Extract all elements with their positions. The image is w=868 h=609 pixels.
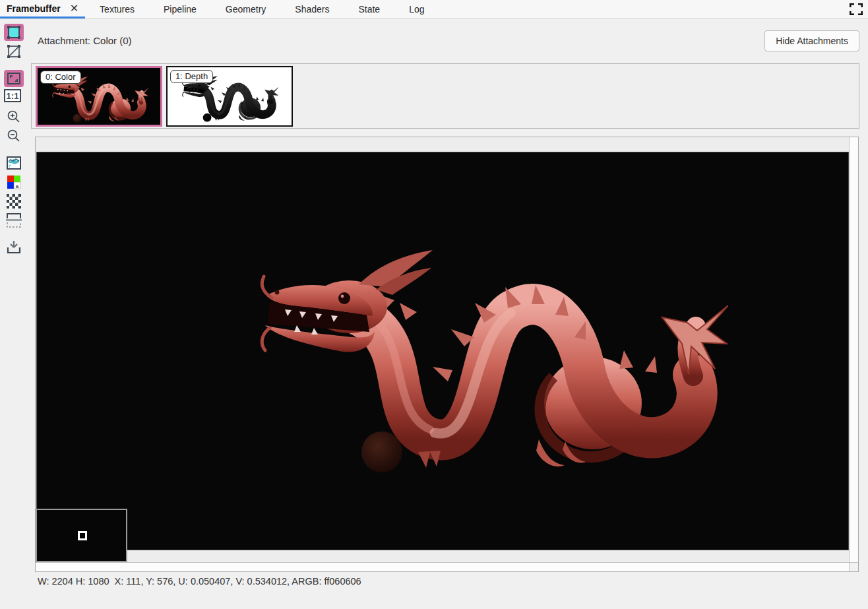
save-icon[interactable] <box>4 239 24 256</box>
dragon-render <box>260 246 728 477</box>
actual-size-icon[interactable]: 1:1 <box>4 89 21 102</box>
hide-attachments-button[interactable]: Hide Attachments <box>764 30 859 51</box>
tab-pipeline[interactable]: Pipeline <box>149 0 211 18</box>
texture-toolbar: 1:1 a <box>4 24 25 258</box>
tab-framebuffer-label: Framebuffer <box>7 3 61 14</box>
pixel-context-preview <box>36 509 127 562</box>
scrollbar-corner <box>849 562 858 571</box>
fit-window-icon[interactable] <box>4 70 24 87</box>
tab-state[interactable]: State <box>344 0 394 18</box>
vertical-scrollbar[interactable] <box>849 137 858 563</box>
picked-pixel-marker <box>78 531 87 540</box>
attachment-label: Attachment: Color (0) <box>38 35 132 46</box>
overlay-color-icon[interactable] <box>4 24 24 41</box>
tab-bar: Framebuffer ✕ Textures Pipeline Geometry… <box>0 0 868 19</box>
tab-geometry[interactable]: Geometry <box>211 0 280 18</box>
tab-framebuffer[interactable]: Framebuffer ✕ <box>0 0 85 18</box>
tab-log[interactable]: Log <box>394 0 439 18</box>
zoom-in-icon[interactable] <box>4 108 24 125</box>
tab-textures[interactable]: Textures <box>85 0 149 18</box>
attachment-color-badge: 0: Color <box>40 71 81 84</box>
overlay-none-icon[interactable] <box>4 43 24 60</box>
attachment-depth-thumbnail[interactable]: 1: Depth <box>166 66 293 127</box>
horizontal-scrollbar[interactable] <box>36 562 849 571</box>
svg-text:a: a <box>16 183 19 189</box>
fullscreen-icon[interactable] <box>850 3 863 15</box>
framebuffer-image[interactable] <box>36 152 849 550</box>
attachment-depth-badge: 1: Depth <box>170 70 213 83</box>
range-histogram-icon[interactable] <box>4 154 24 172</box>
tab-shaders[interactable]: Shaders <box>280 0 344 18</box>
tab-close-icon[interactable]: ✕ <box>70 3 78 14</box>
rgba-channels-icon[interactable]: a <box>4 174 24 191</box>
pixel-status-text: W: 2204 H: 1080 X: 111, Y: 576, U: 0.050… <box>38 576 361 587</box>
texture-viewport[interactable] <box>35 137 859 572</box>
zoom-out-icon[interactable] <box>4 127 24 144</box>
attachment-color-thumbnail[interactable]: 0: Color <box>36 66 162 127</box>
checkerboard-background-icon[interactable] <box>4 193 24 210</box>
flip-y-icon[interactable] <box>4 212 24 229</box>
attachments-strip: 0: Color 1: Depth <box>31 63 859 129</box>
